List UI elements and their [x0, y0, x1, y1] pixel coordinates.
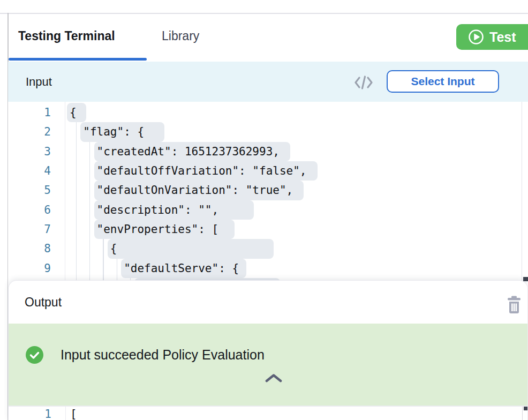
- indent-guides: [70, 220, 97, 239]
- active-tab-underline: [9, 58, 147, 61]
- input-code-editor[interactable]: 1{2"flag": {3"createdAt": 1651237362993,…: [8, 102, 528, 289]
- output-panel: Output: [8, 280, 528, 420]
- line-number: 4: [8, 161, 51, 181]
- output-code-editor[interactable]: 1[: [9, 407, 527, 420]
- code-line: 8{: [8, 239, 528, 258]
- test-button[interactable]: Test: [456, 24, 528, 50]
- code-line: 2"flag": {: [8, 122, 528, 141]
- code-text: "flag": {: [80, 122, 164, 141]
- tab-library[interactable]: Library: [162, 29, 199, 43]
- line-number: 7: [8, 220, 51, 239]
- tab-testing-terminal[interactable]: Testing Terminal: [18, 29, 115, 43]
- indent-guides: [70, 259, 124, 278]
- indent-guides: [70, 161, 97, 181]
- testing-terminal-page: Testing Terminal Library Test Input Sele…: [0, 0, 528, 420]
- status-message: Input succeeded Policy Evaluation: [61, 346, 265, 364]
- line-number: 1: [8, 103, 51, 122]
- code-text: "envProperties": [: [94, 220, 235, 239]
- select-input-button[interactable]: Select Input: [387, 70, 499, 93]
- line-number: 2: [8, 122, 51, 141]
- scrollbar-thumb[interactable]: [524, 407, 528, 410]
- scrollbar-thumb[interactable]: [523, 277, 528, 281]
- indent-guides: [70, 200, 97, 220]
- code-text: "defaultOffVariation": "false",: [94, 161, 318, 181]
- input-code-lines: 1{2"flag": {3"createdAt": 1651237362993,…: [8, 103, 528, 289]
- chevron-up-icon: [265, 376, 283, 385]
- indent-guides: [70, 142, 97, 161]
- code-text: "createdAt": 1651237362993,: [94, 142, 290, 161]
- line-number: 1: [9, 404, 51, 420]
- test-button-label: Test: [489, 29, 516, 45]
- trash-icon: [506, 307, 522, 316]
- code-line: 9"defaultServe": {: [8, 259, 528, 278]
- code-line: 7"envProperties": [: [8, 220, 528, 239]
- play-circle-icon: [468, 29, 484, 45]
- clear-output-button[interactable]: [506, 295, 522, 314]
- code-line: 4"defaultOffVariation": "false",: [8, 161, 528, 181]
- line-number: 6: [8, 200, 51, 220]
- check-circle-icon: [26, 346, 43, 364]
- line-number: 5: [8, 181, 51, 200]
- code-text: {: [67, 103, 86, 122]
- input-panel-header: Input Select Input: [8, 62, 528, 102]
- output-panel-header: Output: [9, 281, 527, 324]
- code-line: 6"description": "",: [8, 200, 528, 220]
- indent-guides: [70, 181, 97, 200]
- code-text: "defaultServe": {: [121, 259, 246, 278]
- code-text: {: [108, 239, 274, 258]
- evaluation-status-banner: Input succeeded Policy Evaluation: [9, 324, 527, 406]
- output-code-lines: 1[: [9, 404, 527, 420]
- line-number: 9: [8, 259, 51, 278]
- collapse-output-button[interactable]: [265, 373, 283, 384]
- scrollbar-track: [522, 407, 523, 420]
- code-text: "description": "",: [94, 200, 254, 220]
- code-line: 1[: [9, 404, 527, 420]
- code-icon[interactable]: [353, 75, 374, 92]
- code-line: 3"createdAt": 1651237362993,: [8, 142, 528, 161]
- line-number: 3: [8, 142, 51, 161]
- code-text: "defaultOnVariation": "true",: [94, 181, 304, 200]
- line-number: 8: [8, 239, 51, 258]
- top-divider: [0, 13, 528, 14]
- indent-guides: [70, 239, 110, 258]
- code-text: [: [67, 404, 77, 420]
- scrollbar-track: [522, 102, 522, 289]
- output-panel-title: Output: [25, 281, 62, 324]
- input-panel-title: Input: [26, 62, 52, 102]
- code-line: 1{: [8, 103, 528, 122]
- code-line: 5"defaultOnVariation": "true",: [8, 181, 528, 200]
